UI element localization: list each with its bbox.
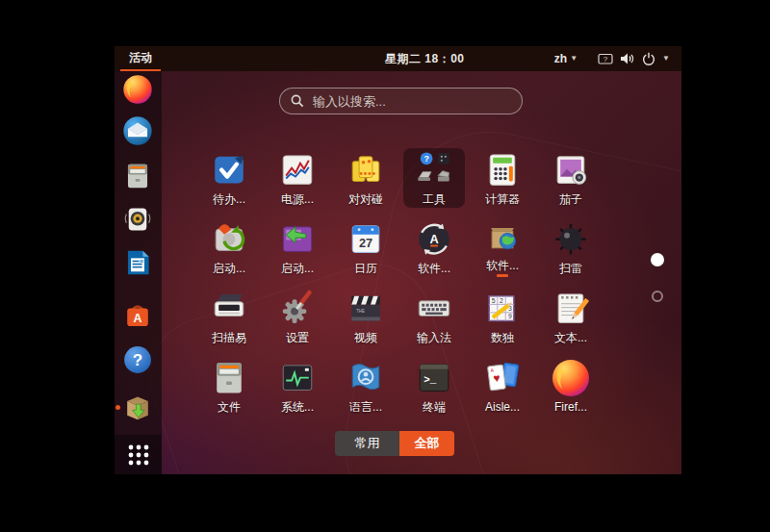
search-icon bbox=[291, 94, 304, 108]
dock-item-ubuntu-software[interactable]: A bbox=[121, 300, 154, 333]
app-label: 输入法 bbox=[417, 330, 451, 346]
dock-item-thunderbird[interactable] bbox=[121, 114, 154, 147]
app-icon-software-properties[interactable]: 软件... bbox=[472, 217, 533, 277]
app-label: 对对碰 bbox=[348, 191, 383, 208]
cheese-icon bbox=[550, 149, 592, 190]
system-status-area[interactable]: zh ▼ ? ▼ bbox=[554, 46, 670, 71]
calendar-icon: 27 bbox=[345, 218, 387, 260]
svg-text:?: ? bbox=[603, 55, 608, 63]
page-dot-next[interactable] bbox=[652, 291, 663, 302]
terminal-icon: >_ bbox=[413, 357, 455, 398]
search-input[interactable] bbox=[311, 93, 511, 110]
page-indicator[interactable] bbox=[651, 253, 664, 302]
language-indicator[interactable]: zh ▼ bbox=[554, 52, 578, 65]
app-icon-simple-scan[interactable]: 扫描易 bbox=[198, 287, 260, 346]
chevron-down-icon: ▼ bbox=[662, 55, 670, 63]
simple-scan-icon bbox=[208, 288, 250, 329]
app-icon-language-support[interactable]: 语言... bbox=[335, 356, 397, 416]
app-label: 设置 bbox=[286, 330, 309, 346]
app-label: 文本... bbox=[554, 330, 587, 346]
app-icon-system-monitor[interactable]: 系统... bbox=[267, 356, 328, 416]
search-bar[interactable] bbox=[279, 88, 523, 114]
app-label: Firef... bbox=[554, 400, 587, 414]
app-grid: 待办...电源...对对碰?工具计算器茄子启动...启动...27日历A软件..… bbox=[198, 148, 602, 416]
app-icon-sudoku[interactable]: 5239数独 bbox=[472, 287, 533, 346]
input-method-icon[interactable]: ? bbox=[598, 52, 613, 65]
frequent-tab[interactable]: 常用 bbox=[335, 431, 399, 456]
app-label: 语言... bbox=[349, 399, 382, 416]
activities-button[interactable]: 活动 bbox=[120, 46, 161, 71]
svg-text:2: 2 bbox=[500, 297, 503, 304]
app-icon-mahjongg[interactable]: 对对碰 bbox=[335, 148, 397, 208]
app-icon-power-stats[interactable]: 电源... bbox=[267, 148, 328, 208]
todo-icon bbox=[208, 149, 250, 190]
gnome-activities-overview: 活动 星期二 18：00 zh ▼ ? ▼ A? 待办...电源...对对碰?工… bbox=[115, 46, 681, 474]
app-icon-files[interactable]: 文件 bbox=[198, 356, 260, 416]
chevron-down-icon: ▼ bbox=[570, 55, 578, 63]
sudoku-icon: 5239 bbox=[481, 288, 524, 329]
dock-item-firefox[interactable] bbox=[121, 73, 154, 106]
app-icon-text-editor[interactable]: 文本... bbox=[540, 287, 602, 346]
firefox-icon bbox=[550, 357, 592, 399]
clock-menu[interactable]: 星期二 18：00 bbox=[385, 46, 465, 71]
startup-disk-icon bbox=[208, 218, 250, 260]
app-label: 扫雷 bbox=[559, 261, 582, 277]
app-label: 数独 bbox=[491, 330, 514, 346]
app-icon-firefox[interactable]: Firef... bbox=[540, 356, 602, 416]
app-icon-startup-disk[interactable]: 启动... bbox=[198, 217, 260, 277]
app-icon-input-method[interactable]: 输入法 bbox=[403, 287, 465, 346]
running-indicator-dot bbox=[116, 405, 120, 410]
language-label: zh bbox=[554, 52, 567, 65]
dock-item-help[interactable]: ? bbox=[121, 343, 154, 376]
app-label: 视频 bbox=[354, 330, 377, 346]
package-icon bbox=[121, 392, 154, 424]
app-icon-cheese[interactable]: 茄子 bbox=[540, 148, 602, 208]
app-icon-calendar[interactable]: 27日历 bbox=[335, 217, 397, 277]
app-label: 计算器 bbox=[485, 191, 520, 208]
app-label: 工具 bbox=[423, 191, 446, 208]
page-dot-current[interactable] bbox=[651, 253, 664, 266]
app-icon-aisleriot[interactable]: ♥AAisle... bbox=[472, 356, 533, 416]
app-label: 日历 bbox=[354, 261, 377, 277]
tools-folder-icon: ? bbox=[413, 149, 455, 190]
app-label: 茄子 bbox=[559, 191, 582, 208]
power-icon[interactable] bbox=[642, 52, 655, 65]
app-icon-calculator[interactable]: 计算器 bbox=[472, 148, 533, 208]
app-icon-settings[interactable]: 设置 bbox=[267, 287, 328, 346]
volume-icon[interactable] bbox=[620, 52, 635, 65]
settings-icon bbox=[276, 288, 319, 329]
app-icon-mines[interactable]: 扫雷 bbox=[540, 217, 602, 277]
app-icon-todo[interactable]: 待办... bbox=[198, 148, 260, 208]
show-applications-button[interactable] bbox=[115, 435, 162, 474]
app-label: 软件... bbox=[418, 261, 450, 277]
dash-dock: A? bbox=[115, 71, 162, 474]
app-icon-terminal[interactable]: >_终端 bbox=[403, 356, 465, 416]
dock-item-rhythmbox[interactable] bbox=[121, 203, 154, 236]
svg-text:THE: THE bbox=[356, 309, 365, 314]
app-label: Aisle... bbox=[485, 400, 520, 414]
dock-item-libreoffice-writer[interactable] bbox=[121, 246, 154, 279]
input-method-icon bbox=[413, 288, 455, 329]
all-tab[interactable]: 全部 bbox=[399, 431, 454, 456]
app-label: 系统... bbox=[281, 399, 314, 416]
app-icon-videos[interactable]: THE视频 bbox=[335, 287, 397, 346]
app-icon-software-updater[interactable]: A软件... bbox=[403, 217, 465, 277]
videos-icon: THE bbox=[345, 288, 387, 329]
software-properties-icon bbox=[481, 218, 524, 257]
rhythmbox-icon bbox=[121, 203, 154, 236]
svg-text:9: 9 bbox=[508, 313, 512, 319]
svg-text:A: A bbox=[429, 232, 438, 246]
update-indicator-bar bbox=[497, 274, 508, 277]
language-support-icon bbox=[345, 357, 387, 398]
app-label: 启动... bbox=[281, 261, 314, 277]
dock-item-file-cabinet[interactable] bbox=[121, 160, 154, 192]
svg-text:5: 5 bbox=[492, 297, 496, 304]
app-icon-startup-apps[interactable]: 启动... bbox=[267, 217, 328, 277]
app-folder-tools-folder[interactable]: ?工具 bbox=[403, 148, 465, 208]
svg-text:?: ? bbox=[133, 351, 142, 369]
firefox-icon bbox=[121, 73, 154, 106]
software-updater-icon: A bbox=[413, 218, 455, 260]
app-grid-icon bbox=[126, 443, 151, 468]
svg-text:A: A bbox=[134, 312, 142, 325]
dock-item-package[interactable] bbox=[121, 392, 154, 424]
